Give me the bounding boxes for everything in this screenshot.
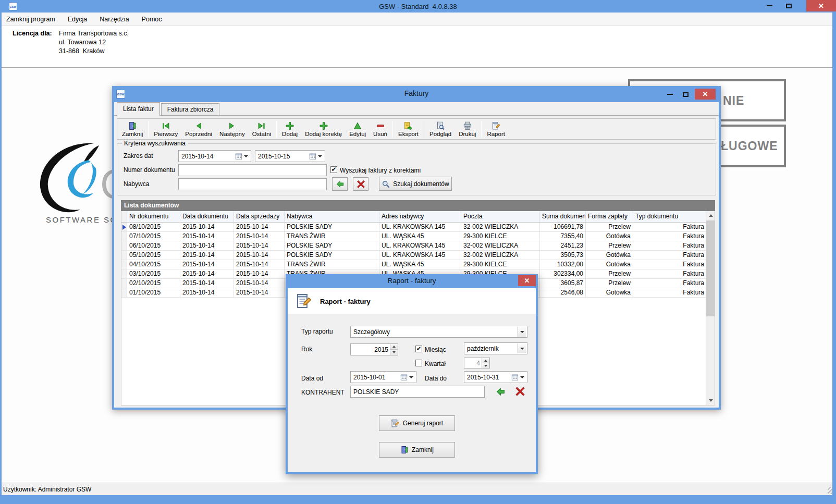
red-x-icon[interactable] xyxy=(515,386,525,397)
column-header[interactable]: Poczta xyxy=(461,211,540,223)
date-from-picker[interactable]: 2015-10-14 xyxy=(178,150,251,162)
column-header[interactable]: Forma zapłaty xyxy=(586,211,633,223)
chevron-down-icon[interactable] xyxy=(520,376,524,378)
date-to-picker[interactable]: 2015-10-15 xyxy=(255,150,325,162)
table-cell: 3605,87 xyxy=(540,279,586,288)
close-button[interactable]: ✕ xyxy=(695,89,716,100)
table-row[interactable]: 06/10/20152015-10-142015-10-14POLSKIE SA… xyxy=(121,241,715,251)
column-header[interactable]: Suma dokumentu xyxy=(540,211,586,223)
minimize-icon xyxy=(667,94,673,95)
search-documents-label: Szukaj dokumentów xyxy=(393,180,449,188)
preview-icon xyxy=(436,121,445,130)
month-value: październik xyxy=(467,343,499,354)
selected-row-arrow-icon xyxy=(122,225,126,230)
vertical-scrollbar[interactable] xyxy=(706,211,715,405)
chevron-down-icon[interactable] xyxy=(244,155,248,157)
toolbar-button[interactable]: Dodaj korektę xyxy=(301,119,346,139)
table-gutter-header xyxy=(121,211,127,223)
toolbar-button[interactable]: Pierwszy xyxy=(150,119,181,139)
green-arrow-left-icon[interactable] xyxy=(495,387,506,397)
chevron-down-icon[interactable] xyxy=(318,155,322,157)
maximize-button[interactable] xyxy=(679,89,692,100)
tab-lista-faktur[interactable]: Lista faktur xyxy=(117,102,160,116)
table-cell: 32-002 WIELICZKA xyxy=(461,241,540,251)
report-dialog-titlebar[interactable]: Raport - faktury ✕ xyxy=(286,274,538,288)
license-line: 31-868 Kraków xyxy=(59,47,105,55)
report-dialog-header: Raport - faktury xyxy=(288,288,536,314)
menu-item[interactable]: Narzędzia xyxy=(93,13,135,26)
generate-report-button[interactable]: Generuj raport xyxy=(379,415,455,431)
close-dialog-button[interactable]: Zamknij xyxy=(379,442,455,458)
toolbar-button[interactable]: Podgląd xyxy=(426,119,455,139)
report-dialog-title: Raport - faktury xyxy=(286,277,538,285)
table-cell: 32-002 WIELICZKA xyxy=(461,251,540,260)
restore-filter-button[interactable] xyxy=(332,177,348,191)
year-stepper[interactable]: 2015 xyxy=(350,343,398,355)
table-row[interactable]: 08/10/20152015-10-142015-10-14POLSKIE SA… xyxy=(121,223,715,232)
minimize-button[interactable] xyxy=(663,89,677,100)
contractor-label: KONTRAHENT xyxy=(301,389,345,396)
quarter-checkbox[interactable] xyxy=(415,360,422,366)
clear-filter-button[interactable] xyxy=(353,177,368,191)
column-header[interactable]: Adres nabywcy xyxy=(379,211,461,223)
toolbar-button[interactable]: Poprzedni xyxy=(181,119,216,139)
toolbar-button[interactable]: Drukuj xyxy=(455,119,480,139)
close-button[interactable]: ✕ xyxy=(518,275,536,286)
search-documents-button[interactable]: Szukaj dokumentów xyxy=(379,177,452,191)
table-cell: TRANS ŻWIR xyxy=(285,232,379,241)
maximize-button[interactable] xyxy=(781,0,796,11)
scroll-down-icon[interactable] xyxy=(706,396,715,405)
contractor-input[interactable] xyxy=(350,386,485,398)
toolbar-button[interactable]: Usuń xyxy=(370,119,391,139)
column-header[interactable]: Nabywca xyxy=(285,211,379,223)
month-select[interactable]: październik xyxy=(464,342,527,354)
invoices-titlebar[interactable]: GSW Faktury ✕ xyxy=(112,86,721,102)
menu-item[interactable]: Edycja xyxy=(62,13,94,26)
column-header[interactable]: Typ dokumentu xyxy=(633,211,707,223)
table-cell: 3505,73 xyxy=(540,251,586,260)
month-checkbox[interactable] xyxy=(415,346,422,352)
toolbar-button[interactable]: Ostatni xyxy=(249,119,275,139)
toolbar-button[interactable]: Dodaj xyxy=(278,119,301,139)
table-cell: 2015-10-14 xyxy=(234,232,285,241)
menu-item[interactable]: Pomoc xyxy=(136,13,168,26)
stepper-buttons[interactable] xyxy=(390,344,398,355)
scroll-up-icon[interactable] xyxy=(706,211,715,220)
quarter-stepper[interactable]: 4 xyxy=(464,358,490,368)
column-header[interactable]: Data dokumentu xyxy=(180,211,234,223)
buyer-input[interactable] xyxy=(178,178,327,190)
chevron-down-icon[interactable] xyxy=(518,327,526,337)
stepper-buttons[interactable] xyxy=(482,358,489,368)
table-cell: Gotówka xyxy=(586,232,633,241)
chevron-down-icon[interactable] xyxy=(409,376,413,378)
column-header[interactable]: Data sprzedaży xyxy=(234,211,285,223)
table-cell: 2015-10-14 xyxy=(180,232,234,241)
close-button[interactable]: ✕ xyxy=(806,0,836,11)
menu-item[interactable]: Zamknij program xyxy=(0,13,62,26)
year-value: 2015 xyxy=(353,344,388,355)
table-row[interactable]: 04/10/20152015-10-142015-10-14TRANS ŻWIR… xyxy=(121,260,715,269)
chevron-down-icon[interactable] xyxy=(518,343,526,353)
with-corrections-checkbox[interactable] xyxy=(330,166,337,173)
toolbar-button[interactable]: Edytuj xyxy=(346,119,370,139)
column-header[interactable]: Nr dokumentu xyxy=(127,211,180,223)
toolbar-button[interactable]: Zamknij xyxy=(118,119,146,139)
edit-icon xyxy=(353,121,362,130)
table-row[interactable]: 05/10/20152015-10-142015-10-14POLSKIE SA… xyxy=(121,251,715,260)
toolbar-button[interactable]: Raport xyxy=(483,119,509,139)
minimize-button[interactable] xyxy=(761,0,777,11)
table-header-row: Nr dokumentuData dokumentuData sprzedaży… xyxy=(121,211,715,223)
report-type-select[interactable]: Szczegółowy xyxy=(350,326,527,338)
generate-report-label: Generuj raport xyxy=(403,420,443,427)
toolbar-button[interactable]: Następny xyxy=(216,119,249,139)
date-to-picker[interactable]: 2015-10-31 xyxy=(464,371,527,383)
table-cell: 06/10/2015 xyxy=(127,241,180,251)
date-from-picker[interactable]: 2015-10-01 xyxy=(350,371,416,383)
with-corrections-label: Wyszukaj faktury z korektami xyxy=(340,167,421,174)
scrollbar-thumb[interactable] xyxy=(706,220,715,316)
toolbar-button[interactable]: Eksport xyxy=(395,119,422,139)
date-from-value: 2015-10-14 xyxy=(181,153,235,160)
table-row[interactable]: 07/10/20152015-10-142015-10-14TRANS ŻWIR… xyxy=(121,232,715,241)
doc-number-input[interactable] xyxy=(178,164,327,176)
tab-faktura-zbiorcza[interactable]: Faktura zbiorcza xyxy=(161,103,220,115)
